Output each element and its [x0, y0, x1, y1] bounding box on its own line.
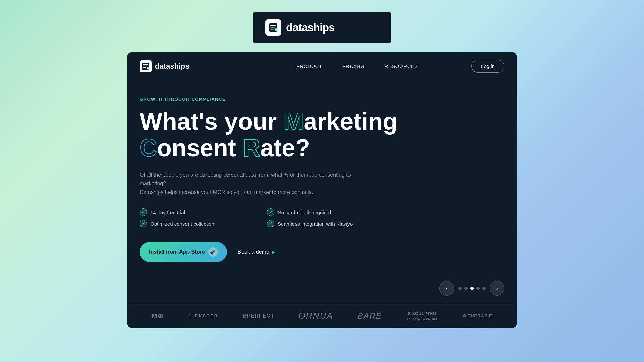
title-line1-text: What's your [140, 108, 283, 135]
features-grid: 14-day free trial No card details requir… [140, 208, 368, 227]
main-card: dataships PRODUCT PRICING RESOURCES Log … [127, 52, 517, 328]
demo-button-label: Book a demo [238, 249, 269, 255]
svg-rect-1 [270, 25, 276, 26]
feature-item-card: No card details required [267, 208, 368, 216]
feature-item-klaviyo: Seamless integration with Klaviyo [267, 220, 368, 227]
nav-link-resources[interactable]: RESOURCES [385, 63, 418, 69]
brand-bare: Bare [358, 311, 382, 321]
brands-bar: M⊕ ⊕ EKSTER bPERFECT Ornua Bare S SCULPT… [127, 304, 517, 328]
title-line2-rest1: onsent [157, 134, 243, 161]
brand-sculpted: S SCULPTEDby Anna Cooney [406, 311, 438, 321]
brand-ekster: ⊕ EKSTER [188, 313, 218, 318]
prev-arrow[interactable]: ‹ [439, 281, 454, 296]
cta-row: Install from App Store 🚀 Book a demo [140, 242, 504, 262]
growth-tag: GROWTH THROUGH COMPLIANCE [140, 97, 504, 102]
check-icon-trial [140, 208, 147, 216]
nav-link-pricing[interactable]: PRICING [342, 63, 365, 69]
check-icon-klaviyo [267, 220, 274, 227]
check-icon-consent [140, 220, 147, 227]
nav-logo-text: dataships [155, 62, 190, 71]
feature-label-consent: Optimized consent collection [150, 221, 214, 227]
nav-links: PRODUCT PRICING RESOURCES [296, 63, 418, 69]
top-logo-text: dataships [286, 21, 335, 34]
dot-2[interactable] [464, 287, 468, 290]
rocket-icon: 🚀 [208, 247, 218, 257]
top-logo-icon [265, 19, 281, 36]
brand-ornua: Ornua [299, 311, 333, 321]
feature-label-klaviyo: Seamless integration with Klaviyo [278, 221, 353, 227]
title-highlight-m: M [283, 108, 304, 135]
svg-rect-2 [270, 27, 275, 28]
demo-button[interactable]: Book a demo [238, 249, 275, 255]
brand-bperfect: bPERFECT [243, 313, 274, 319]
dot-1[interactable] [458, 287, 462, 290]
brand-mplus: M⊕ [152, 312, 164, 320]
subtitle-line1: Of all the people you are collecting per… [140, 172, 351, 186]
hero-subtitle: Of all the people you are collecting per… [140, 171, 374, 196]
feature-item-consent: Optimized consent collection [140, 220, 240, 227]
hero-title: What's your Marketing Consent Rate? [140, 108, 504, 161]
title-line1-rest: arketing [304, 108, 397, 135]
feature-label-card: No card details required [278, 209, 331, 215]
feature-item-trial: 14-day free trial [140, 208, 240, 216]
login-button[interactable]: Log in [471, 60, 504, 73]
install-button[interactable]: Install from App Store 🚀 [140, 242, 227, 262]
dot-4[interactable] [476, 287, 480, 290]
svg-rect-8 [143, 67, 146, 68]
svg-rect-6 [143, 64, 149, 65]
dot-5[interactable] [482, 287, 486, 290]
nav-logo: dataships [140, 60, 190, 72]
hero-section: GROWTH THROUGH COMPLIANCE What's your Ma… [127, 80, 517, 276]
check-icon-card [267, 208, 274, 216]
nav-link-product[interactable]: PRODUCT [296, 63, 322, 69]
brand-therapie: ✿ therapie [462, 313, 492, 318]
title-highlight-r: R [243, 135, 260, 161]
top-logo-bar: dataships [253, 12, 391, 43]
title-line2-rest2: ate? [260, 134, 310, 161]
svg-rect-3 [270, 29, 274, 30]
pagination-row: ‹ › [127, 276, 517, 304]
pagination-dots [458, 287, 486, 290]
dot-3[interactable] [470, 287, 474, 290]
install-button-label: Install from App Store [149, 249, 205, 255]
svg-rect-7 [143, 65, 147, 66]
feature-label-trial: 14-day free trial [150, 209, 185, 215]
title-highlight-c: C [140, 135, 157, 161]
nav-logo-icon [140, 60, 152, 72]
subtitle-line2: Dataships helps increase your MCR so you… [140, 189, 313, 195]
navbar: dataships PRODUCT PRICING RESOURCES Log … [127, 52, 517, 80]
next-arrow[interactable]: › [490, 281, 504, 296]
